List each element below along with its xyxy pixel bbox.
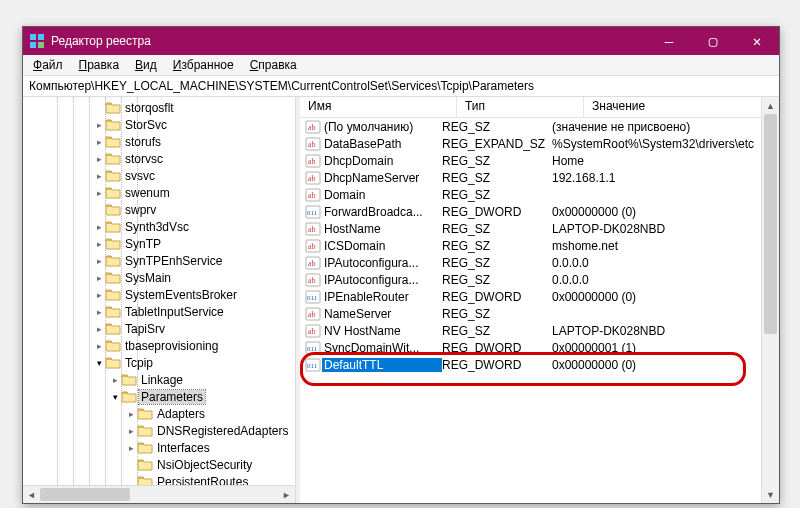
- folder-icon: [105, 185, 121, 201]
- string-value-icon: ab: [304, 170, 322, 186]
- chevron-right-icon[interactable]: ▸: [125, 425, 137, 437]
- menu-help[interactable]: Справка: [244, 57, 303, 73]
- value-row[interactable]: abICSDomainREG_SZmshome.net: [300, 237, 761, 254]
- tree-item[interactable]: ▸Interfaces: [23, 439, 295, 456]
- chevron-right-icon[interactable]: ▸: [93, 306, 105, 318]
- menu-edit[interactable]: Правка: [73, 57, 126, 73]
- tree-item[interactable]: ▸SynTPEnhService: [23, 252, 295, 269]
- value-name: SyncDomainWit...: [322, 341, 442, 355]
- tree-item[interactable]: swprv: [23, 201, 295, 218]
- tree-item[interactable]: ▸TapiSrv: [23, 320, 295, 337]
- value-row[interactable]: abNameServerREG_SZ: [300, 305, 761, 322]
- tree-item[interactable]: ▾Parameters: [23, 388, 295, 405]
- chevron-right-icon[interactable]: ▸: [125, 442, 137, 454]
- tree-item[interactable]: ▸tbaseprovisioning: [23, 337, 295, 354]
- value-row[interactable]: abHostNameREG_SZLAPTOP-DK028NBD: [300, 220, 761, 237]
- registry-tree[interactable]: storqosflt▸StorSvc▸storufs▸storvsc▸svsvc…: [23, 97, 295, 485]
- values-list[interactable]: ab(По умолчанию)REG_SZ(значение не присв…: [300, 118, 761, 503]
- titlebar[interactable]: Редактор реестра — ▢ ✕: [23, 27, 779, 55]
- svg-text:ab: ab: [308, 242, 316, 251]
- chevron-down-icon[interactable]: ▾: [109, 391, 121, 403]
- tree-item[interactable]: storqosflt: [23, 99, 295, 116]
- value-row[interactable]: abDataBasePathREG_EXPAND_SZ%SystemRoot%\…: [300, 135, 761, 152]
- chevron-right-icon[interactable]: ▸: [93, 323, 105, 335]
- string-value-icon: ab: [304, 136, 322, 152]
- tree-item[interactable]: ▸TabletInputService: [23, 303, 295, 320]
- tree-item[interactable]: ▸DNSRegisteredAdapters: [23, 422, 295, 439]
- value-row[interactable]: abDhcpNameServerREG_SZ192.168.1.1: [300, 169, 761, 186]
- tree-item[interactable]: ▸swenum: [23, 184, 295, 201]
- tree-pane: storqosflt▸StorSvc▸storufs▸storvsc▸svsvc…: [23, 97, 296, 503]
- window-title: Редактор реестра: [51, 34, 647, 48]
- chevron-right-icon[interactable]: ▸: [93, 340, 105, 352]
- chevron-right-icon[interactable]: ▸: [125, 408, 137, 420]
- tree-item[interactable]: ▸SynTP: [23, 235, 295, 252]
- tree-item[interactable]: ▸SysMain: [23, 269, 295, 286]
- value-data: LAPTOP-DK028NBD: [552, 222, 761, 236]
- chevron-right-icon[interactable]: ▸: [93, 187, 105, 199]
- svg-text:ab: ab: [308, 276, 316, 285]
- chevron-right-icon[interactable]: ▸: [109, 374, 121, 386]
- chevron-right-icon[interactable]: ▸: [93, 272, 105, 284]
- menu-file[interactable]: Файл: [27, 57, 69, 73]
- scroll-right-icon[interactable]: ►: [278, 486, 295, 503]
- value-row[interactable]: abIPAutoconfigura...REG_SZ0.0.0.0: [300, 271, 761, 288]
- tree-item[interactable]: ▸svsvc: [23, 167, 295, 184]
- scroll-up-icon[interactable]: ▲: [762, 97, 779, 114]
- col-value[interactable]: Значение: [584, 97, 761, 117]
- tree-item[interactable]: ▸Linkage: [23, 371, 295, 388]
- value-row[interactable]: 011IPEnableRouterREG_DWORD0x00000000 (0): [300, 288, 761, 305]
- value-row[interactable]: ab(По умолчанию)REG_SZ(значение не присв…: [300, 118, 761, 135]
- value-row[interactable]: abDhcpDomainREG_SZHome: [300, 152, 761, 169]
- tree-item[interactable]: NsiObjectSecurity: [23, 456, 295, 473]
- chevron-right-icon[interactable]: ▸: [93, 153, 105, 165]
- menu-view[interactable]: Вид: [129, 57, 163, 73]
- menu-favorites[interactable]: Избранное: [167, 57, 240, 73]
- chevron-right-icon[interactable]: ▸: [93, 289, 105, 301]
- value-row[interactable]: 011SyncDomainWit...REG_DWORD0x00000001 (…: [300, 339, 761, 356]
- folder-icon: [121, 389, 137, 405]
- tree-item[interactable]: ▸Synth3dVsc: [23, 218, 295, 235]
- tree-item[interactable]: ▸StorSvc: [23, 116, 295, 133]
- col-type[interactable]: Тип: [457, 97, 584, 117]
- tree-item[interactable]: PersistentRoutes: [23, 473, 295, 485]
- list-v-scrollbar[interactable]: ▲ ▼: [761, 97, 779, 503]
- column-headers[interactable]: Имя Тип Значение: [300, 97, 761, 118]
- close-button[interactable]: ✕: [735, 27, 779, 55]
- address-path: Компьютер\HKEY_LOCAL_MACHINE\SYSTEM\Curr…: [29, 79, 534, 93]
- scroll-thumb[interactable]: [764, 114, 777, 334]
- tree-item[interactable]: ▾Tcpip: [23, 354, 295, 371]
- app-icon: [29, 33, 45, 49]
- address-bar[interactable]: Компьютер\HKEY_LOCAL_MACHINE\SYSTEM\Curr…: [23, 76, 779, 97]
- chevron-right-icon[interactable]: ▸: [93, 221, 105, 233]
- string-value-icon: ab: [304, 187, 322, 203]
- scroll-thumb[interactable]: [40, 488, 130, 501]
- tree-item[interactable]: ▸SystemEventsBroker: [23, 286, 295, 303]
- scroll-down-icon[interactable]: ▼: [762, 486, 779, 503]
- tree-item[interactable]: ▸storufs: [23, 133, 295, 150]
- tree-label: Tcpip: [123, 356, 155, 370]
- folder-icon: [105, 168, 121, 184]
- value-row[interactable]: abNV HostNameREG_SZLAPTOP-DK028NBD: [300, 322, 761, 339]
- value-row[interactable]: 011ForwardBroadca...REG_DWORD0x00000000 …: [300, 203, 761, 220]
- chevron-right-icon[interactable]: ▸: [93, 170, 105, 182]
- col-name[interactable]: Имя: [300, 97, 457, 117]
- binary-value-icon: 011: [304, 340, 322, 356]
- value-type: REG_SZ: [442, 307, 552, 321]
- folder-icon: [105, 253, 121, 269]
- chevron-right-icon[interactable]: ▸: [93, 238, 105, 250]
- maximize-button[interactable]: ▢: [691, 27, 735, 55]
- value-row[interactable]: abIPAutoconfigura...REG_SZ0.0.0.0: [300, 254, 761, 271]
- tree-item[interactable]: ▸Adapters: [23, 405, 295, 422]
- minimize-button[interactable]: —: [647, 27, 691, 55]
- tree-item[interactable]: ▸storvsc: [23, 150, 295, 167]
- chevron-right-icon[interactable]: ▸: [93, 136, 105, 148]
- chevron-right-icon[interactable]: ▸: [93, 255, 105, 267]
- tree-h-scrollbar[interactable]: ◄ ►: [23, 485, 295, 503]
- chevron-right-icon[interactable]: ▸: [93, 119, 105, 131]
- value-row[interactable]: abDomainREG_SZ: [300, 186, 761, 203]
- value-type: REG_SZ: [442, 256, 552, 270]
- chevron-down-icon[interactable]: ▾: [93, 357, 105, 369]
- scroll-left-icon[interactable]: ◄: [23, 486, 40, 503]
- value-row[interactable]: 011DefaultTTLREG_DWORD0x00000000 (0): [300, 356, 761, 373]
